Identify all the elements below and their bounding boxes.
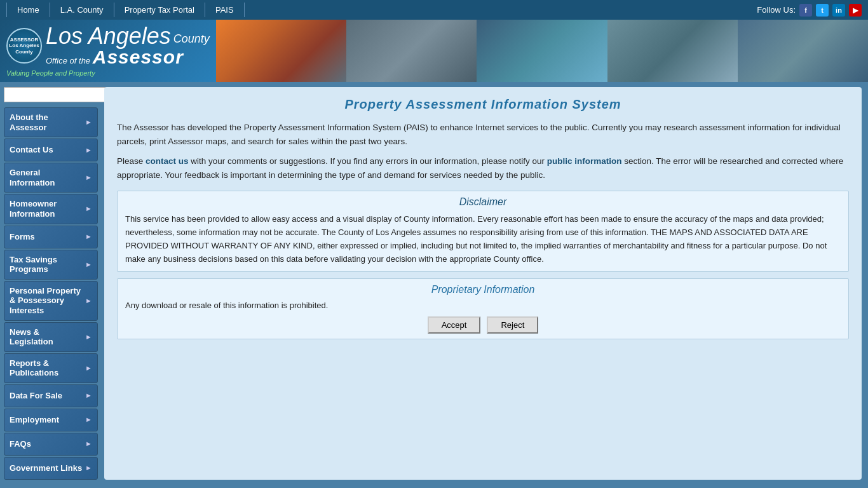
public-info-link[interactable]: public information xyxy=(547,156,622,166)
intro-p2-before: Please xyxy=(117,156,146,166)
disclaimer-text: This service has been provided to allow … xyxy=(125,213,841,266)
proprietary-box: Proprietary Information Any download or … xyxy=(117,278,849,339)
sidebar: Go About the Assessor ► Contact Us ► Gen… xyxy=(0,82,102,485)
disclaimer-title: Disclaimer xyxy=(125,196,841,208)
sidebar-label-employment: Employment xyxy=(10,415,83,425)
chevron-right-icon: ► xyxy=(85,233,92,241)
footer: Conditions of Use | Privacy Policy | Sit… xyxy=(0,485,868,488)
sidebar-item-general[interactable]: General Information ► xyxy=(4,163,98,193)
accept-button[interactable]: Accept xyxy=(428,316,481,334)
twitter-icon[interactable]: t xyxy=(816,4,829,17)
content-area: Property Assessment Information System T… xyxy=(104,87,862,480)
sidebar-item-reports[interactable]: Reports & Publications ► xyxy=(4,353,98,383)
sidebar-label-about: About the Assessor xyxy=(10,112,83,132)
sidebar-label-personal-property: Personal Property & Possessory Interests xyxy=(10,286,83,316)
top-navigation: Home L.A. County Property Tax Portal PAI… xyxy=(0,0,868,20)
sidebar-label-contact: Contact Us xyxy=(10,145,83,155)
contact-us-link[interactable]: contact us xyxy=(146,156,189,166)
header-photo-3 xyxy=(477,20,607,82)
sidebar-item-data-sale[interactable]: Data For Sale ► xyxy=(4,384,98,407)
chevron-right-icon: ► xyxy=(85,440,92,448)
chevron-right-icon: ► xyxy=(85,416,92,424)
youtube-icon[interactable]: ▶ xyxy=(849,4,862,17)
proprietary-title: Proprietary Information xyxy=(125,284,841,295)
facebook-icon[interactable]: f xyxy=(799,4,812,17)
logo-tagline: Valuing People and Property xyxy=(6,69,95,77)
header-photos xyxy=(216,20,868,82)
reject-button[interactable]: Reject xyxy=(487,316,538,334)
proprietary-text: Any download or resale of this informati… xyxy=(125,301,841,310)
logo-assessor: Assessor xyxy=(93,46,184,67)
intro-paragraph-2: Please contact us with your comments or … xyxy=(117,154,849,182)
main-wrapper: Go About the Assessor ► Contact Us ► Gen… xyxy=(0,82,868,485)
sidebar-label-data-sale: Data For Sale xyxy=(10,391,83,401)
sidebar-item-employment[interactable]: Employment ► xyxy=(4,409,98,431)
logo-title-row: Los Angeles County xyxy=(46,25,210,48)
sidebar-item-tax-savings[interactable]: Tax Savings Programs ► xyxy=(4,250,98,280)
logo-office-row: Office of the Assessor xyxy=(46,48,210,67)
header: ASSESSOR Los Angeles County Los Angeles … xyxy=(0,20,868,82)
header-photo-2 xyxy=(346,20,477,82)
disclaimer-box: Disclaimer This service has been provide… xyxy=(117,191,849,271)
intro-p2-mid: with your comments or suggestions. If yo… xyxy=(189,156,547,166)
sidebar-label-forms: Forms xyxy=(10,232,83,242)
logo-county: County xyxy=(173,30,210,48)
follow-label: Follow Us: xyxy=(757,5,796,15)
sidebar-item-about[interactable]: About the Assessor ► xyxy=(4,107,98,137)
social-follow: Follow Us: f t in ▶ xyxy=(757,4,862,17)
nav-property-tax[interactable]: Property Tax Portal xyxy=(114,3,205,17)
sidebar-label-general: General Information xyxy=(10,168,83,187)
chevron-right-icon: ► xyxy=(85,364,92,372)
header-photo-4 xyxy=(607,20,738,82)
chevron-right-icon: ► xyxy=(85,118,92,126)
search-input[interactable] xyxy=(4,87,105,102)
seal-text: ASSESSOR Los Angeles County xyxy=(8,37,41,55)
chevron-right-icon: ► xyxy=(85,333,92,341)
sidebar-item-news[interactable]: News & Legislation ► xyxy=(4,322,98,352)
nav-la-county[interactable]: L.A. County xyxy=(50,3,114,17)
search-bar: Go xyxy=(4,87,98,102)
assessor-seal: ASSESSOR Los Angeles County xyxy=(6,28,42,64)
chevron-right-icon: ► xyxy=(85,205,92,213)
header-photo-1 xyxy=(216,20,346,82)
logo-office: Office of the xyxy=(46,56,90,65)
action-buttons: Accept Reject xyxy=(125,316,841,334)
sidebar-item-homeowner[interactable]: Homeowner Information ► xyxy=(4,194,98,224)
logo-section: ASSESSOR Los Angeles County Los Angeles … xyxy=(0,20,216,82)
linkedin-icon[interactable]: in xyxy=(832,4,845,17)
chevron-right-icon: ► xyxy=(85,261,92,269)
sidebar-item-contact[interactable]: Contact Us ► xyxy=(4,139,98,161)
sidebar-label-government: Government Links xyxy=(10,463,83,473)
sidebar-label-tax-savings: Tax Savings Programs xyxy=(10,255,83,274)
sidebar-item-government[interactable]: Government Links ► xyxy=(4,457,98,480)
chevron-right-icon: ► xyxy=(85,391,92,400)
nav-pais[interactable]: PAIS xyxy=(205,3,245,17)
chevron-right-icon: ► xyxy=(85,297,92,305)
logo-badge: ASSESSOR Los Angeles County Los Angeles … xyxy=(6,25,210,67)
logo-text: Los Angeles County Office of the Assesso… xyxy=(46,25,210,67)
sidebar-item-personal-property[interactable]: Personal Property & Possessory Interests… xyxy=(4,281,98,321)
content-body: The Assessor has developed the Property … xyxy=(117,121,849,339)
sidebar-item-faqs[interactable]: FAQs ► xyxy=(4,433,98,456)
header-photo-5 xyxy=(738,20,868,82)
chevron-right-icon: ► xyxy=(85,146,92,154)
logo-la: Los Angeles xyxy=(46,25,171,48)
nav-links: Home L.A. County Property Tax Portal PAI… xyxy=(6,3,245,17)
chevron-right-icon: ► xyxy=(85,173,92,182)
page-title: Property Assessment Information System xyxy=(117,97,849,112)
chevron-right-icon: ► xyxy=(85,464,92,472)
sidebar-label-faqs: FAQs xyxy=(10,439,83,449)
sidebar-label-homeowner: Homeowner Information xyxy=(10,199,83,219)
sidebar-label-news: News & Legislation xyxy=(10,327,83,347)
nav-home[interactable]: Home xyxy=(6,3,50,17)
sidebar-item-forms[interactable]: Forms ► xyxy=(4,226,98,248)
intro-paragraph-1: The Assessor has developed the Property … xyxy=(117,121,849,148)
sidebar-label-reports: Reports & Publications xyxy=(10,358,83,378)
